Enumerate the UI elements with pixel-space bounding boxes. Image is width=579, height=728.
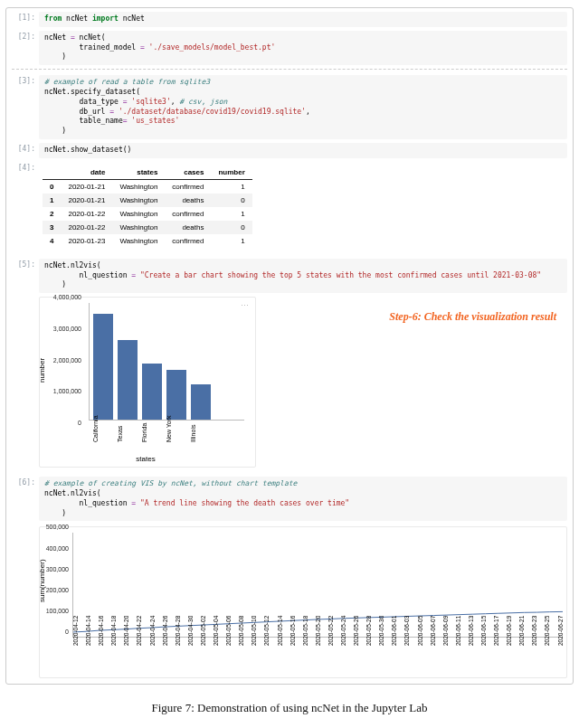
table-header — [43, 165, 61, 180]
line-chart-ytick: 200,000 — [46, 586, 69, 592]
prompt-in-5: [5]: — [12, 260, 35, 269]
prompt-in-2: [2]: — [12, 33, 35, 41]
prompt-in-1: [1]: — [12, 14, 35, 22]
bar-chart-ylabel: number — [38, 358, 46, 383]
line-chart: 0100,000200,000300,000400,000500,000 sum… — [39, 526, 567, 678]
bar — [93, 314, 113, 420]
cell-3: [3]: # example of read a table from sqli… — [12, 75, 567, 139]
table-row: 12020-01-21Washingtondeaths0 — [43, 194, 252, 207]
line-chart-ylabel: sum(number) — [38, 560, 46, 603]
bar — [166, 370, 186, 420]
line-chart-ytick: 100,000 — [46, 608, 69, 614]
jupyter-notebook: Step-1: Import the ncNet package Step-2:… — [5, 7, 574, 685]
table-row: 32020-01-22Washingtondeaths0 — [43, 221, 252, 234]
table-row: 22020-01-22Washingtonconfirmed1 — [43, 207, 252, 221]
bar-chart-ytick: 4,000,000 — [53, 294, 81, 300]
table-header: date — [61, 165, 112, 180]
prompt-in-6: [6]: — [12, 478, 35, 487]
line-chart-ytick: 0 — [65, 629, 69, 635]
code-cell-3[interactable]: # example of read a table from sqlite3 n… — [39, 75, 567, 139]
prompt-in-3: [3]: — [12, 77, 35, 85]
output-4: [4]: datestatescasesnumber 02020-01-21Wa… — [12, 162, 567, 250]
code-cell-1[interactable]: from ncNet import ncNet — [39, 12, 567, 27]
bar — [191, 384, 211, 420]
line-chart-ytick: 400,000 — [46, 544, 69, 551]
figure-caption: Figure 7: Demonstration of using ncNet i… — [5, 701, 574, 715]
table-row: 42020-01-23Washingtonconfirmed1 — [43, 234, 252, 248]
code-cell-5[interactable]: ncNet.nl2vis( nl_question = "Create a ba… — [39, 259, 567, 293]
bar-chart-ytick: 2,000,000 — [53, 356, 81, 363]
line-chart-ytick: 500,000 — [46, 524, 69, 530]
table-header: cases — [165, 165, 211, 180]
code-cell-2[interactable]: ncNet = ncNet( trained_model = './save_m… — [39, 31, 567, 65]
code-cell-4[interactable]: ncNet.show_dataset() — [39, 143, 567, 158]
prompt-out-4: [4]: — [12, 164, 35, 172]
bar-chart: ⋯ 01,000,0002,000,0003,000,0004,000,000 … — [39, 297, 256, 468]
dataset-table: datestatescasesnumber 02020-01-21Washing… — [43, 165, 252, 248]
cell-4: [4]: ncNet.show_dataset() — [12, 143, 567, 158]
prompt-in-4: [4]: — [12, 145, 35, 153]
table-row: 02020-01-21Washingtonconfirmed1 — [43, 179, 252, 194]
annotation-step-6: Step-6: Check the visualization result — [389, 310, 556, 324]
bar-chart-xlabel: states — [42, 455, 250, 463]
bar-chart-ytick: 1,000,000 — [53, 388, 81, 394]
bar-chart-ytick: 0 — [78, 420, 81, 426]
bar — [142, 364, 162, 420]
cell-1: [1]: from ncNet import ncNet — [12, 12, 567, 27]
separator — [12, 69, 567, 70]
bar-chart-ytick: 3,000,000 — [53, 325, 81, 331]
line-chart-ytick: 300,000 — [46, 565, 69, 572]
bar-chart-xtick: Illinois — [190, 422, 226, 442]
line-chart-xtick: 2020-06-27 — [557, 640, 579, 646]
cell-5: [5]: ncNet.nl2vis( nl_question = "Create… — [12, 259, 567, 293]
table-header: states — [112, 165, 165, 180]
table-header: number — [211, 165, 252, 180]
bar — [118, 340, 138, 420]
cell-2: [2]: ncNet = ncNet( trained_model = './s… — [12, 31, 567, 65]
cell-6: [6]: # example of creating VIS by ncNet,… — [12, 477, 567, 521]
code-cell-6[interactable]: # example of creating VIS by ncNet, with… — [39, 477, 567, 521]
